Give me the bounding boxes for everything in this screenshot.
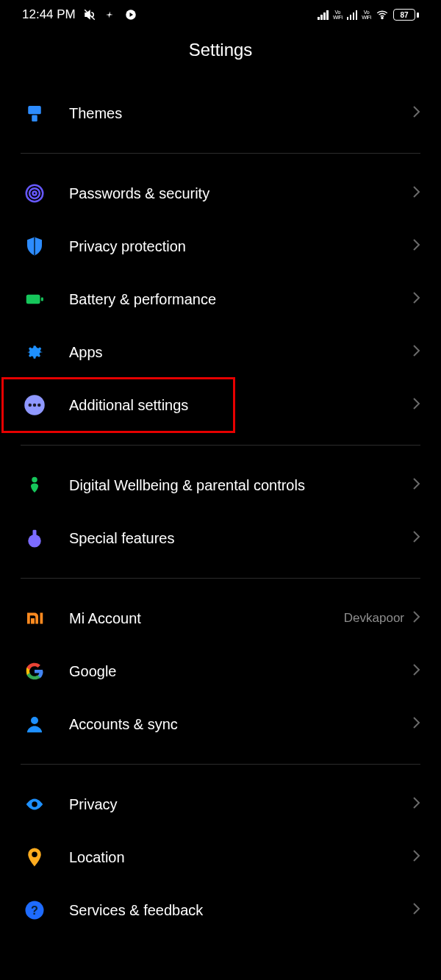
settings-item-google[interactable]: Google xyxy=(0,645,441,698)
svg-rect-15 xyxy=(33,530,37,536)
flask-icon xyxy=(21,527,49,549)
chevron-right-icon xyxy=(412,848,420,866)
row-label: Additional settings xyxy=(69,397,412,414)
play-circle-icon xyxy=(124,8,137,21)
battery-icon xyxy=(21,288,49,310)
settings-item-privacy[interactable]: Privacy xyxy=(0,778,441,831)
chevron-right-icon xyxy=(412,185,420,202)
chevron-right-icon xyxy=(412,529,420,547)
chevron-right-icon xyxy=(412,237,420,255)
section-divider xyxy=(21,445,420,446)
row-label: Accounts & sync xyxy=(69,716,412,733)
row-label: Privacy xyxy=(69,796,412,813)
section-divider xyxy=(21,764,420,765)
chevron-right-icon xyxy=(412,476,420,494)
row-label: Services & feedback xyxy=(69,902,412,919)
chevron-right-icon xyxy=(412,715,420,733)
row-value: Devkapoor xyxy=(344,611,404,626)
chevron-right-icon xyxy=(412,396,420,414)
settings-item-mi-account[interactable]: Mi Account Devkapoor xyxy=(0,592,441,645)
chevron-right-icon xyxy=(412,609,420,627)
help-circle-icon: ? xyxy=(21,899,49,921)
google-logo-icon xyxy=(21,660,49,682)
vowifi-2-icon: VoWiFi xyxy=(362,10,371,20)
row-label: Themes xyxy=(69,105,412,122)
svg-point-13 xyxy=(32,477,37,483)
chevron-right-icon xyxy=(412,662,420,680)
svg-rect-3 xyxy=(32,115,37,122)
section-divider xyxy=(21,578,420,579)
settings-item-location[interactable]: Location xyxy=(0,831,441,884)
location-pin-icon xyxy=(21,846,49,868)
mi-logo-icon xyxy=(21,607,49,629)
svg-point-16 xyxy=(31,717,38,724)
row-label: Privacy protection xyxy=(69,238,412,255)
settings-item-battery-performance[interactable]: Battery & performance xyxy=(0,273,441,326)
fingerprint-icon xyxy=(21,182,49,204)
svg-rect-2 xyxy=(28,106,41,114)
signal-bars-2-icon xyxy=(347,10,358,20)
status-right-cluster: VoWiFi VoWiFi 87 xyxy=(318,8,419,21)
section-divider xyxy=(21,153,420,154)
signal-bars-1-icon xyxy=(318,10,329,20)
eye-icon xyxy=(21,793,49,815)
battery-indicator: 87 xyxy=(393,9,419,21)
more-horizontal-icon xyxy=(21,394,49,416)
row-label: Passwords & security xyxy=(69,185,412,202)
themes-icon xyxy=(21,102,49,124)
settings-item-apps[interactable]: Apps xyxy=(0,326,441,379)
svg-point-1 xyxy=(381,17,383,18)
wifi-icon xyxy=(376,8,389,21)
settings-item-special-features[interactable]: Special features xyxy=(0,512,441,565)
settings-item-services-feedback[interactable]: ? Services & feedback xyxy=(0,884,441,937)
settings-item-additional-settings[interactable]: Additional settings xyxy=(0,379,441,432)
settings-item-accounts-sync[interactable]: Accounts & sync xyxy=(0,698,441,751)
chevron-right-icon xyxy=(412,343,420,361)
chevron-right-icon xyxy=(412,901,420,919)
person-icon xyxy=(21,713,49,735)
svg-point-14 xyxy=(28,534,41,548)
svg-rect-7 xyxy=(26,295,40,304)
row-label: Apps xyxy=(69,344,412,361)
row-label: Battery & performance xyxy=(69,291,412,308)
row-label: Mi Account xyxy=(69,610,344,627)
settings-item-privacy-protection[interactable]: Privacy protection xyxy=(0,220,441,273)
row-label: Location xyxy=(69,849,412,866)
chevron-right-icon xyxy=(412,290,420,308)
svg-point-10 xyxy=(29,404,32,407)
settings-item-passwords-security[interactable]: Passwords & security xyxy=(0,167,441,220)
svg-point-6 xyxy=(33,192,37,196)
loop-icon xyxy=(104,8,117,21)
status-left-cluster: 12:44 PM xyxy=(22,7,137,22)
page-title: Settings xyxy=(0,26,441,87)
shield-icon xyxy=(21,235,49,257)
vowifi-1-icon: VoWiFi xyxy=(333,10,343,20)
svg-text:?: ? xyxy=(31,904,38,917)
settings-item-themes[interactable]: Themes xyxy=(0,87,441,140)
mute-icon xyxy=(83,8,96,21)
settings-item-digital-wellbeing[interactable]: Digital Wellbeing & parental controls xyxy=(0,459,441,512)
battery-percent: 87 xyxy=(400,11,408,19)
svg-point-11 xyxy=(33,404,37,407)
gear-icon xyxy=(21,341,49,363)
svg-rect-8 xyxy=(41,298,43,301)
status-bar: 12:44 PM VoWiFi VoWiFi xyxy=(0,0,441,26)
row-label: Special features xyxy=(69,530,412,547)
heart-person-icon xyxy=(21,474,49,496)
svg-point-12 xyxy=(37,404,41,407)
chevron-right-icon xyxy=(412,104,420,122)
clock: 12:44 PM xyxy=(22,7,76,22)
chevron-right-icon xyxy=(412,795,420,813)
svg-point-5 xyxy=(29,188,40,198)
row-label: Google xyxy=(69,663,412,680)
row-label: Digital Wellbeing & parental controls xyxy=(69,477,412,494)
